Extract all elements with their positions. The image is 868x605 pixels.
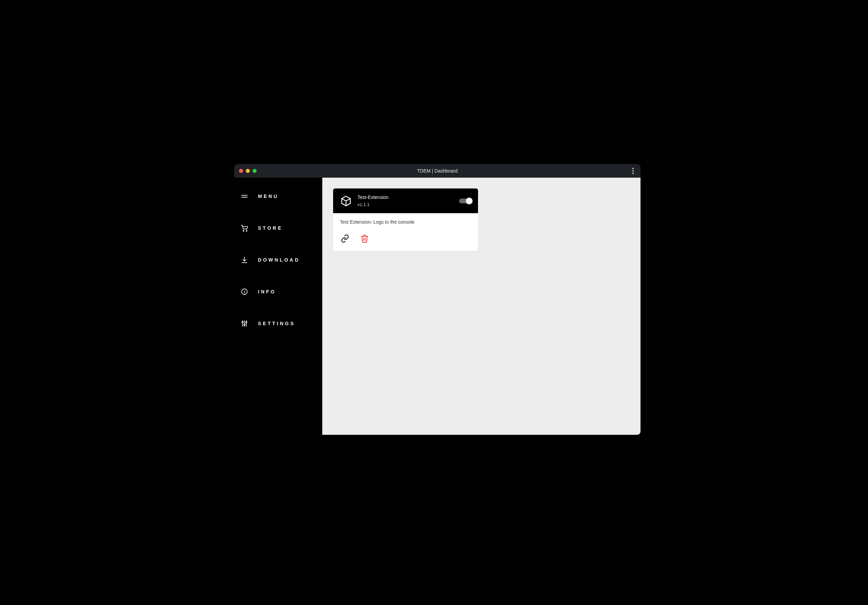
cart-icon [240, 224, 248, 232]
sidebar-item-download[interactable]: DOWNLOAD [234, 251, 322, 268]
extension-enable-toggle[interactable] [459, 199, 471, 203]
extension-link-button[interactable] [340, 234, 350, 244]
trash-icon [360, 234, 369, 243]
sliders-icon [240, 320, 248, 327]
menu-icon [240, 192, 248, 200]
titlebar: TDEM | Dashboard [234, 164, 640, 178]
svg-point-3 [246, 231, 247, 231]
sidebar-item-label: STORE [258, 225, 283, 231]
sidebar-item-info[interactable]: INFO [234, 283, 322, 300]
sidebar-item-label: MENU [258, 193, 279, 199]
window-title: TDEM | Dashboard [234, 168, 640, 173]
sidebar-item-menu[interactable]: MENU [234, 188, 322, 205]
sidebar-item-label: INFO [258, 289, 276, 294]
extension-card: Test-Extension v1.1.1 Test Extension: Lo… [333, 189, 478, 251]
sidebar-item-store[interactable]: STORE [234, 220, 322, 237]
sidebar-item-settings[interactable]: SETTINGS [234, 315, 322, 332]
extension-description: Test Extension: Logs to the console [340, 219, 471, 225]
link-icon [341, 234, 349, 243]
svg-point-8 [242, 322, 243, 323]
download-icon [240, 256, 248, 264]
svg-point-2 [243, 231, 244, 231]
extension-delete-button[interactable] [360, 234, 370, 244]
extension-card-header: Test-Extension v1.1.1 [333, 189, 478, 213]
close-window-button[interactable] [239, 169, 243, 173]
extension-name: Test-Extension [358, 195, 389, 200]
content-area: Test-Extension v1.1.1 Test Extension: Lo… [322, 178, 640, 435]
fullscreen-window-button[interactable] [253, 169, 257, 173]
info-icon [240, 288, 248, 296]
window-controls [239, 169, 257, 173]
svg-point-6 [244, 290, 245, 291]
app-window: TDEM | Dashboard MENU STORE [234, 164, 640, 435]
extension-version: v1.1.1 [358, 202, 389, 207]
package-icon [340, 195, 352, 207]
sidebar-item-label: DOWNLOAD [258, 257, 300, 263]
svg-point-12 [246, 322, 247, 323]
sidebar-item-label: SETTINGS [258, 321, 295, 326]
more-menu-button[interactable] [630, 166, 636, 176]
minimize-window-button[interactable] [246, 169, 250, 173]
sidebar: MENU STORE DOWNLOAD [234, 178, 322, 435]
svg-point-10 [244, 324, 245, 325]
